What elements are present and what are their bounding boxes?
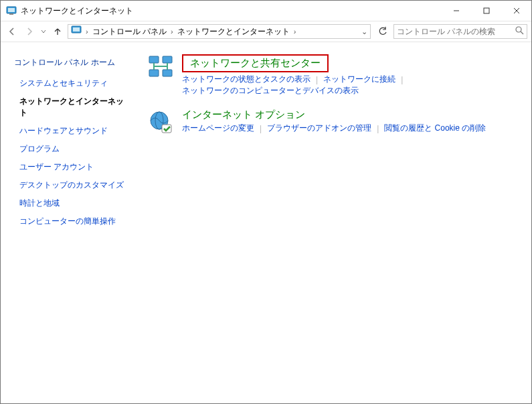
- svg-rect-8: [73, 27, 80, 31]
- svg-line-10: [521, 31, 523, 34]
- content-area: コントロール パネル ホーム システムとセキュリティネットワークとインターネット…: [1, 42, 531, 403]
- category-link[interactable]: 閲覧の履歴と Cookie の削除: [384, 123, 486, 134]
- chevron-right-icon[interactable]: ›: [86, 27, 88, 36]
- svg-rect-12: [163, 56, 172, 63]
- breadcrumb[interactable]: › コントロール パネル › ネットワークとインターネット › ⌄: [68, 24, 371, 39]
- sidebar-item[interactable]: コンピューターの簡単操作: [14, 216, 128, 227]
- sidebar-item[interactable]: ハードウェアとサウンド: [14, 125, 128, 137]
- control-panel-icon: [6, 5, 17, 16]
- recent-locations-button[interactable]: [39, 24, 48, 39]
- divider: |: [316, 75, 318, 84]
- network-icon: [147, 54, 174, 81]
- breadcrumb-segment-root[interactable]: コントロール パネル: [92, 26, 167, 38]
- sidebar-item[interactable]: プログラム: [14, 143, 128, 155]
- refresh-button[interactable]: [375, 24, 391, 39]
- close-button[interactable]: [501, 1, 531, 21]
- forward-button[interactable]: [22, 24, 37, 39]
- sidebar-home-link[interactable]: コントロール パネル ホーム: [14, 57, 128, 68]
- address-bar: › コントロール パネル › ネットワークとインターネット › ⌄: [1, 21, 531, 42]
- svg-rect-13: [149, 70, 159, 76]
- category-link[interactable]: ネットワークの状態とタスクの表示: [182, 74, 311, 85]
- svg-rect-14: [163, 70, 172, 76]
- category-link[interactable]: ネットワークのコンピューターとデバイスの表示: [182, 85, 359, 96]
- svg-rect-2: [9, 13, 13, 15]
- search-icon[interactable]: [515, 25, 524, 38]
- divider: |: [401, 75, 403, 84]
- sidebar-item[interactable]: デスクトップのカスタマイズ: [14, 180, 128, 191]
- sidebar-item[interactable]: ネットワークとインターネット: [14, 96, 128, 119]
- search-box[interactable]: [393, 24, 527, 39]
- category-link[interactable]: ブラウザーのアドオンの管理: [267, 123, 371, 134]
- category-body: インターネット オプションホームページの変更|ブラウザーのアドオンの管理|閲覧の…: [182, 109, 522, 135]
- chevron-down-icon[interactable]: ⌄: [361, 27, 367, 36]
- category-links: ホームページの変更|ブラウザーのアドオンの管理|閲覧の履歴と Cookie の削…: [182, 123, 522, 134]
- category-body: ネットワークと共有センターネットワークの状態とタスクの表示|ネットワークに接続|…: [182, 54, 522, 96]
- window-title: ネットワークとインターネット: [21, 5, 441, 17]
- category: インターネット オプションホームページの変更|ブラウザーのアドオンの管理|閲覧の…: [147, 109, 522, 135]
- sidebar: コントロール パネル ホーム システムとセキュリティネットワークとインターネット…: [1, 42, 138, 403]
- back-button[interactable]: [5, 24, 19, 39]
- minimize-button[interactable]: [441, 1, 471, 21]
- control-panel-icon: [71, 25, 82, 38]
- sidebar-item[interactable]: ユーザー アカウント: [14, 161, 128, 173]
- window-controls: [441, 1, 531, 21]
- svg-point-9: [516, 27, 521, 32]
- sidebar-item[interactable]: システムとセキュリティ: [14, 78, 128, 89]
- category-heading[interactable]: ネットワークと共有センター: [182, 54, 329, 72]
- category-link[interactable]: ホームページの変更: [182, 123, 254, 134]
- svg-rect-22: [162, 125, 171, 133]
- search-input[interactable]: [397, 27, 511, 36]
- chevron-right-icon[interactable]: ›: [294, 27, 296, 36]
- up-button[interactable]: [50, 24, 65, 39]
- svg-rect-1: [8, 8, 15, 12]
- category: ネットワークと共有センターネットワークの状態とタスクの表示|ネットワークに接続|…: [147, 54, 522, 96]
- chevron-right-icon[interactable]: ›: [171, 27, 173, 36]
- svg-rect-11: [149, 56, 159, 63]
- category-link[interactable]: ネットワークに接続: [323, 74, 395, 85]
- title-bar: ネットワークとインターネット: [1, 1, 531, 21]
- internet-icon: [147, 109, 174, 135]
- svg-rect-4: [484, 8, 489, 13]
- breadcrumb-segment-current[interactable]: ネットワークとインターネット: [177, 26, 290, 38]
- divider: |: [377, 124, 379, 133]
- category-heading[interactable]: インターネット オプション: [182, 109, 305, 121]
- category-links: ネットワークの状態とタスクの表示|ネットワークに接続|ネットワークのコンピュータ…: [182, 74, 522, 96]
- main-panel: ネットワークと共有センターネットワークの状態とタスクの表示|ネットワークに接続|…: [138, 42, 531, 403]
- maximize-button[interactable]: [471, 1, 501, 21]
- divider: |: [260, 124, 262, 133]
- sidebar-item[interactable]: 時計と地域: [14, 198, 128, 209]
